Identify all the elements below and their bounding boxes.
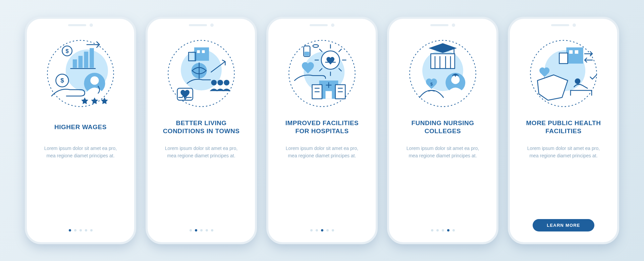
phone-notch (310, 23, 334, 27)
svg-text:$: $ (60, 77, 64, 84)
phone-notch (189, 23, 214, 27)
dot[interactable] (85, 229, 87, 231)
svg-point-29 (313, 45, 319, 47)
screen-title: BETTER LIVING CONDITIONS IN TOWNS (155, 119, 248, 136)
svg-text:$: $ (65, 48, 69, 54)
wages-icon: $ $ (34, 38, 127, 109)
pagination-dots (34, 229, 127, 231)
svg-point-20 (211, 80, 217, 86)
phone-notch (68, 23, 93, 27)
pagination-dots (155, 229, 248, 231)
phone-frame: MORE PUBLIC HEALTH FACILITIES Lorem ipsu… (508, 17, 619, 244)
svg-point-21 (217, 80, 223, 86)
dot[interactable] (79, 229, 82, 231)
screen-body: Lorem ipsum dolor sit amet ea pro, mea r… (34, 145, 127, 159)
dot[interactable] (200, 229, 203, 231)
svg-point-12 (90, 76, 99, 85)
public-health-icon (517, 38, 610, 109)
svg-rect-3 (78, 56, 83, 68)
living-conditions-icon (155, 38, 248, 109)
dot[interactable] (310, 229, 313, 231)
screen-body: Lorem ipsum dolor sit amet ea pro, mea r… (517, 145, 610, 159)
phone-frame: $ FUNDING NURSING COLLEGES Lorem ipsum d… (387, 17, 498, 244)
dot[interactable] (195, 229, 197, 231)
svg-rect-52 (575, 50, 579, 54)
dot[interactable] (206, 229, 208, 231)
dot[interactable] (321, 229, 323, 231)
svg-rect-16 (197, 50, 200, 53)
dot[interactable] (190, 229, 192, 231)
svg-rect-51 (569, 50, 573, 54)
learn-more-button[interactable]: LEARN MORE (533, 219, 594, 231)
dot[interactable] (332, 229, 334, 231)
dot[interactable] (442, 229, 444, 231)
screen-title: HIGHER WAGES (34, 119, 127, 136)
phone-frame: BETTER LIVING CONDITIONS IN TOWNS Lorem … (146, 17, 257, 244)
dot[interactable] (436, 229, 439, 231)
nursing-funding-icon: $ (396, 38, 489, 109)
pagination-dots (396, 229, 489, 231)
svg-rect-2 (73, 59, 77, 68)
screen-body: Lorem ipsum dolor sit amet ea pro, mea r… (155, 145, 248, 159)
phone-notch (430, 23, 455, 27)
hospital-facilities-icon (276, 38, 368, 109)
screen-body: Lorem ipsum dolor sit amet ea pro, mea r… (396, 145, 489, 159)
screen-title: FUNDING NURSING COLLEGES (396, 119, 489, 136)
dot[interactable] (452, 229, 455, 231)
dot[interactable] (326, 229, 329, 231)
phone-frame: IMPROVED FACILITIES FOR HOSPITALS Lorem … (266, 17, 378, 244)
dot[interactable] (69, 229, 71, 231)
phone-frame: $ $ HIGHER WAGES Lorem ipsum dolor sit a… (25, 17, 136, 244)
screen-body: Lorem ipsum dolor sit amet ea pro, mea r… (276, 145, 368, 159)
svg-rect-5 (90, 48, 94, 68)
dot[interactable] (316, 229, 318, 231)
phone-notch (551, 23, 576, 27)
dot[interactable] (90, 229, 93, 231)
svg-rect-17 (202, 50, 205, 53)
dot[interactable] (74, 229, 76, 231)
svg-rect-15 (194, 47, 209, 61)
svg-text:$: $ (430, 82, 433, 87)
screen-title: IMPROVED FACILITIES FOR HOSPITALS (276, 119, 368, 136)
dot[interactable] (211, 229, 213, 231)
pagination-dots (276, 229, 368, 231)
dot[interactable] (431, 229, 433, 231)
dot[interactable] (447, 229, 449, 231)
phones-row: $ $ HIGHER WAGES Lorem ipsum dolor sit a… (25, 17, 619, 244)
svg-rect-33 (326, 91, 332, 99)
svg-point-22 (224, 80, 229, 86)
svg-rect-50 (566, 47, 583, 63)
svg-rect-28 (305, 52, 310, 56)
svg-point-46 (451, 75, 460, 84)
svg-point-54 (575, 79, 581, 84)
screen-title: MORE PUBLIC HEALTH FACILITIES (517, 119, 610, 136)
svg-rect-4 (84, 52, 89, 68)
svg-rect-40 (431, 54, 454, 68)
svg-rect-53 (559, 53, 568, 64)
